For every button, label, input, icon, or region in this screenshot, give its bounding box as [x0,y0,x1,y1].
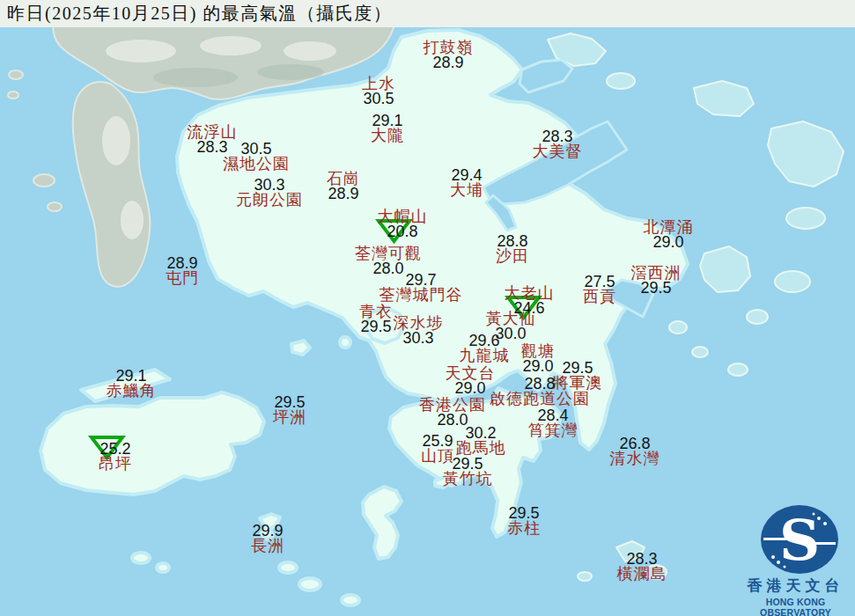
ma-wan-island [340,337,350,348]
title-strip: 昨日(2025年10月25日) 的最高氣溫（攝氏度） [0,0,855,27]
hko-logo-block: 香港天文台 HONG KONG OBSERVATORY [736,503,855,616]
ap-lei-chau [435,477,451,488]
small-island [279,562,297,573]
hong-kong-map: S [0,0,855,616]
small-island [299,578,321,590]
weather-map-page: S 昨日(2025年10月25日) 的最高氣溫（攝氏度） 打鼓嶺28.9上水30… [0,0,855,616]
page-title: 昨日(2025年10月25日) 的最高氣溫（攝氏度） [0,2,392,26]
peng-chau-island [291,341,310,355]
tsing-yi-island [365,308,404,343]
small-island [132,553,150,563]
logo-english-text: HONG KONG OBSERVATORY [736,597,855,616]
logo-chinese-text: 香港天文台 [736,576,855,596]
small-island [157,563,169,572]
small-island [342,595,359,605]
